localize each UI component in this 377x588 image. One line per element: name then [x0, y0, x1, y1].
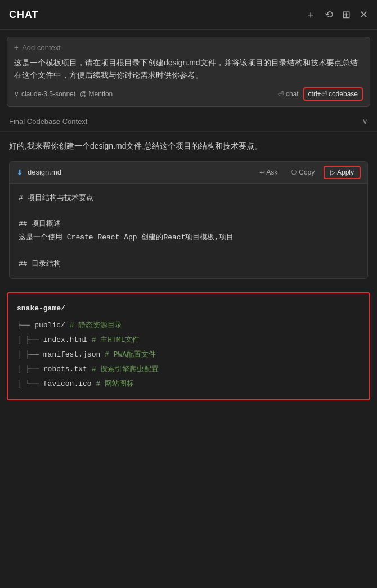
- mention-label: @ Mention: [80, 90, 113, 98]
- ask-label: ↩ Ask: [259, 168, 278, 176]
- copy-button[interactable]: ⎔ Copy: [286, 167, 319, 178]
- file-icon: ⬇: [16, 168, 23, 177]
- codebase-label: ctrl+⏎ codebase: [308, 90, 358, 98]
- dir-prefix: │ ├──: [17, 362, 43, 377]
- chat-button[interactable]: ⏎ chat: [278, 90, 299, 98]
- chat-label: chat: [286, 90, 299, 98]
- response-text: 好的,我来帮你创建一个design.md文件,总结这个项目的结构和技术要点。: [9, 140, 368, 153]
- dir-comment: # PWA配置文件: [100, 348, 156, 362]
- dir-tree-section: snake-game/ ├── public/ # 静态资源目录 │ ├── i…: [7, 292, 370, 400]
- copy-icon: ⎔: [291, 168, 297, 176]
- model-selector[interactable]: ∨ claude-3.5-sonnet: [14, 90, 75, 98]
- dir-line: │ ├── index.html # 主HTML文件: [17, 333, 360, 348]
- codebase-button[interactable]: ctrl+⏎ codebase: [303, 87, 363, 101]
- dir-comment: # 主HTML文件: [87, 333, 140, 348]
- add-context-button[interactable]: + Add context: [14, 43, 363, 52]
- history-icon[interactable]: ⟲: [325, 8, 333, 21]
- header-actions: ＋ ⟲ ⊞ ✕: [306, 8, 368, 21]
- dir-name: favicon.ico: [43, 377, 92, 391]
- dir-prefix: │ ├──: [17, 348, 43, 362]
- message-text[interactable]: 这是一个模板项目，请在项目根目录下创建design.md文件，并将该项目的目录结…: [14, 56, 363, 82]
- code-block-header: ⬇ design.md ↩ Ask ⎔ Copy ▷ Apply: [10, 162, 367, 184]
- dir-line: ├── public/ # 静态资源目录: [17, 318, 360, 333]
- dir-name: public/: [34, 318, 65, 333]
- input-area: + Add context 这是一个模板项目，请在项目根目录下创建design.…: [7, 37, 370, 107]
- code-block: ⬇ design.md ↩ Ask ⎔ Copy ▷ Apply # 项目结构与…: [9, 161, 368, 279]
- close-icon[interactable]: ✕: [360, 8, 368, 21]
- dir-prefix: │ └──: [17, 377, 43, 391]
- input-toolbar: ∨ claude-3.5-sonnet @ Mention ⏎ chat ctr…: [14, 87, 363, 101]
- dir-comment: # 搜索引擎爬虫配置: [87, 362, 159, 377]
- dir-name: robots.txt: [43, 362, 87, 377]
- dir-comment: # 网站图标: [92, 377, 134, 391]
- code-line: [19, 204, 358, 217]
- add-context-label: Add context: [22, 43, 61, 52]
- mention-button[interactable]: @ Mention: [80, 90, 113, 98]
- ask-button[interactable]: ↩ Ask: [255, 167, 282, 178]
- dir-prefix: │ ├──: [17, 333, 43, 348]
- dir-line: │ ├── manifest.json # PWA配置文件: [17, 348, 360, 362]
- dir-prefix: ├──: [17, 318, 34, 333]
- dir-name: index.html: [43, 333, 87, 348]
- code-line: 这是一个使用 Create React App 创建的React项目模板,项目: [19, 231, 358, 244]
- model-name: claude-3.5-sonnet: [21, 90, 75, 98]
- app-title: CHAT: [9, 9, 306, 21]
- layout-icon[interactable]: ⊞: [342, 8, 351, 21]
- chevron-icon: ∨: [14, 90, 19, 98]
- dir-line: │ └── favicon.ico # 网站图标: [17, 377, 360, 391]
- header: CHAT ＋ ⟲ ⊞ ✕: [0, 0, 377, 30]
- plus-icon[interactable]: ＋: [306, 8, 316, 21]
- context-bar[interactable]: Final Codebase Context ∨: [0, 112, 377, 132]
- dir-line: │ ├── robots.txt # 搜索引擎爬虫配置: [17, 362, 360, 377]
- code-content: # 项目结构与技术要点 ## 项目概述 这是一个使用 Create React …: [10, 184, 367, 278]
- dir-name: manifest.json: [43, 348, 100, 362]
- file-name: design.md: [28, 168, 250, 176]
- code-line: ## 目录结构: [19, 257, 358, 270]
- chevron-down-icon: ∨: [362, 117, 368, 126]
- response-area: 好的,我来帮你创建一个design.md文件,总结这个项目的结构和技术要点。 ⬇…: [0, 132, 377, 287]
- apply-button[interactable]: ▷ Apply: [324, 166, 361, 179]
- context-label: Final Codebase Context: [9, 117, 87, 126]
- add-icon: +: [14, 43, 19, 52]
- apply-label: ▷ Apply: [330, 168, 354, 176]
- code-line: ## 项目概述: [19, 217, 358, 230]
- dir-comment: # 静态资源目录: [65, 318, 122, 333]
- copy-label: Copy: [299, 168, 315, 176]
- code-line: # 项目结构与技术要点: [19, 191, 358, 204]
- code-line: [19, 244, 358, 257]
- enter-icon: ⏎: [278, 90, 284, 98]
- dir-root: snake-game/: [17, 301, 360, 316]
